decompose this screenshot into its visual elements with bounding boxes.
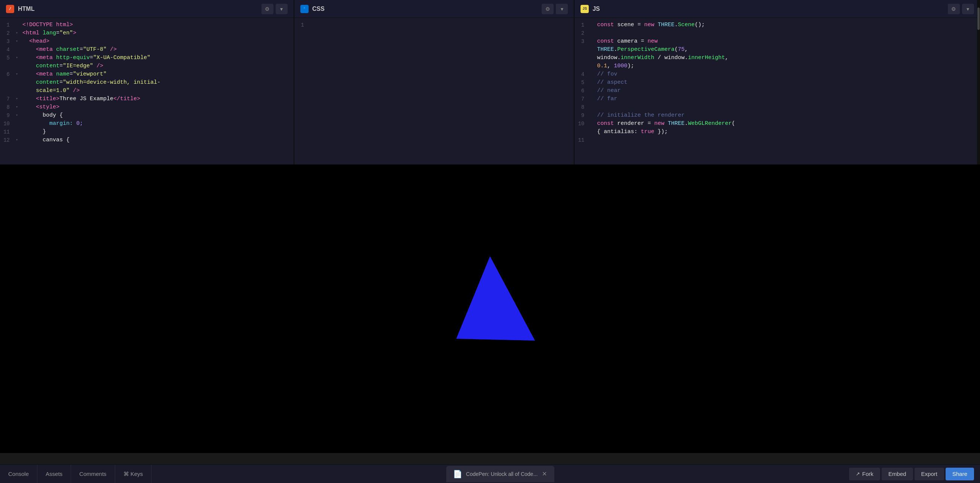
css-settings-button[interactable]: ⚙ [542,4,554,14]
html-panel: / HTML ⚙ ▾ 1 <!DOCTYPE html> 2 ▾ <html l… [0,0,294,165]
html-line-5b: content="IE=edge" /> [0,62,294,70]
html-line-10: 10 margin: 0; [0,120,294,128]
console-label: Console [8,471,29,477]
comments-label: Comments [79,471,107,477]
share-button[interactable]: Share [946,468,974,480]
html-panel-header: / HTML ⚙ ▾ [0,0,294,18]
export-label: Export [921,471,937,477]
js-line-5: 5 // aspect [574,78,980,87]
html-line-4: 4 <meta charset="UTF-8" /> [0,46,294,54]
bottom-notification-area: 📄 CodePen: Unlock all of Code... ✕ [446,466,554,482]
js-line-7: 7 // far [574,95,980,103]
embed-button[interactable]: Embed [881,468,913,480]
js-icon: JS [581,5,589,13]
js-line-1: 1 const scene = new THREE.Scene(); [574,21,980,29]
export-button[interactable]: Export [915,468,944,480]
js-line-2: 2 [574,29,980,37]
console-tab[interactable]: Console [0,465,37,483]
css-line-1: 1 [294,21,574,29]
html-title-area: / HTML [6,5,34,13]
html-line-6: 6 ▾ <meta name="viewport" [0,70,294,78]
notification-text: CodePen: Unlock all of Code... [466,471,538,477]
js-collapse-button[interactable]: ▾ [962,4,974,14]
js-line-10: 10 const renderer = new THREE.WebGLRende… [574,120,980,128]
editor-area: / HTML ⚙ ▾ 1 <!DOCTYPE html> 2 ▾ <html l… [0,0,980,165]
html-line-8: 8 ▾ <style> [0,103,294,111]
js-code-content[interactable]: 1 const scene = new THREE.Scene(); 2 3 c… [574,18,980,165]
keys-label: ⌘ Keys [123,471,143,477]
html-line-12: 12 ▾ canvas { [0,136,294,144]
bottom-right-actions: ↗ Fork Embed Export Share [849,468,980,480]
html-line-6b: content="width=device-width, initial- [0,78,294,87]
embed-label: Embed [888,471,906,477]
css-collapse-button[interactable]: ▾ [556,4,568,14]
html-code-content[interactable]: 1 <!DOCTYPE html> 2 ▾ <html lang="en"> 3… [0,18,294,165]
assets-label: Assets [46,471,62,477]
keys-tab[interactable]: ⌘ Keys [115,465,152,483]
html-panel-title: HTML [18,6,34,12]
js-panel-header: JS JS ⚙ ▾ [574,0,980,18]
bottom-left-tabs: Console Assets Comments ⌘ Keys [0,465,151,483]
html-icon: / [6,5,14,13]
js-line-3: 3 const camera = new [574,37,980,46]
html-line-3: 3 ▾ <head> [0,37,294,46]
js-panel: JS JS ⚙ ▾ 1 const scene = new THREE.Scen… [574,0,980,165]
js-line-4: 4 // fov [574,70,980,78]
css-panel-title: CSS [312,6,325,12]
js-scrollbar[interactable] [977,0,980,165]
css-icon: * [301,5,309,13]
html-line-6c: scale=1.0" /> [0,87,294,95]
js-line-9: 9 // initialize the renderer [574,111,980,120]
css-panel-header: * CSS ⚙ ▾ [294,0,574,18]
assets-tab[interactable]: Assets [37,465,71,483]
html-line-11: 11 } [0,128,294,136]
notification-close-button[interactable]: ✕ [541,470,547,478]
js-line-8: 8 [574,103,980,111]
js-line-11: 11 [574,136,980,144]
css-panel: * CSS ⚙ ▾ 1 [294,0,574,165]
pyramid-main-face [457,256,535,340]
js-line-6: 6 // near [574,87,980,95]
fork-label: Fork [862,471,873,477]
html-line-9: 9 ▾ body { [0,111,294,120]
js-line-3d: 0.1, 1000); [574,62,980,70]
js-title-area: JS JS [581,5,600,13]
preview-area [0,165,980,453]
js-panel-title: JS [592,6,600,12]
js-settings-button[interactable]: ⚙ [948,4,960,14]
pyramid-svg [434,249,546,354]
css-code-content[interactable]: 1 [294,18,574,165]
notification-banner[interactable]: 📄 CodePen: Unlock all of Code... ✕ [446,466,554,482]
js-line-10b: { antialias: true }); [574,128,980,136]
html-line-2: 2 ▾ <html lang="en"> [0,29,294,37]
comments-tab[interactable]: Comments [71,465,115,483]
js-line-3c: window.innerWidth / window.innerHeight, [574,54,980,62]
html-collapse-button[interactable]: ▾ [276,4,288,14]
html-line-7: 7 ▾ <title>Three JS Example</title> [0,95,294,103]
html-panel-controls: ⚙ ▾ [261,4,288,14]
js-panel-controls: ⚙ ▾ [948,4,974,14]
bottom-bar: Console Assets Comments ⌘ Keys 📄 CodePen… [0,464,980,483]
fork-icon: ↗ [856,471,860,477]
css-panel-controls: ⚙ ▾ [542,4,568,14]
css-title-area: * CSS [301,5,325,13]
fork-button[interactable]: ↗ Fork [849,468,880,480]
share-label: Share [952,471,967,477]
html-line-1: 1 <!DOCTYPE html> [0,21,294,29]
js-line-3b: THREE.PerspectiveCamera(75, [574,46,980,54]
js-scrollbar-thumb [977,8,980,30]
html-settings-button[interactable]: ⚙ [261,4,274,14]
pyramid-preview [434,249,546,354]
html-line-5: 5 ▾ <meta http-equiv="X-UA-Compatible" [0,54,294,62]
